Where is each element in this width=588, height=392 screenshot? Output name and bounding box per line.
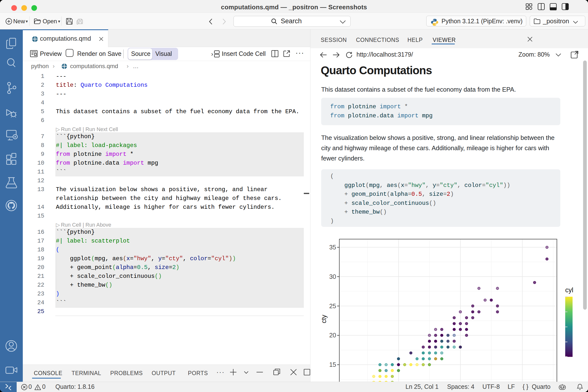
svg-text:35: 35	[329, 244, 336, 251]
svg-text:30: 30	[329, 273, 336, 280]
svg-text:25: 25	[329, 302, 336, 310]
svg-text:cyl: cyl	[565, 286, 573, 294]
svg-text:15: 15	[329, 361, 336, 368]
svg-text:20: 20	[329, 332, 336, 338]
svg-text:cty: cty	[320, 314, 328, 323]
